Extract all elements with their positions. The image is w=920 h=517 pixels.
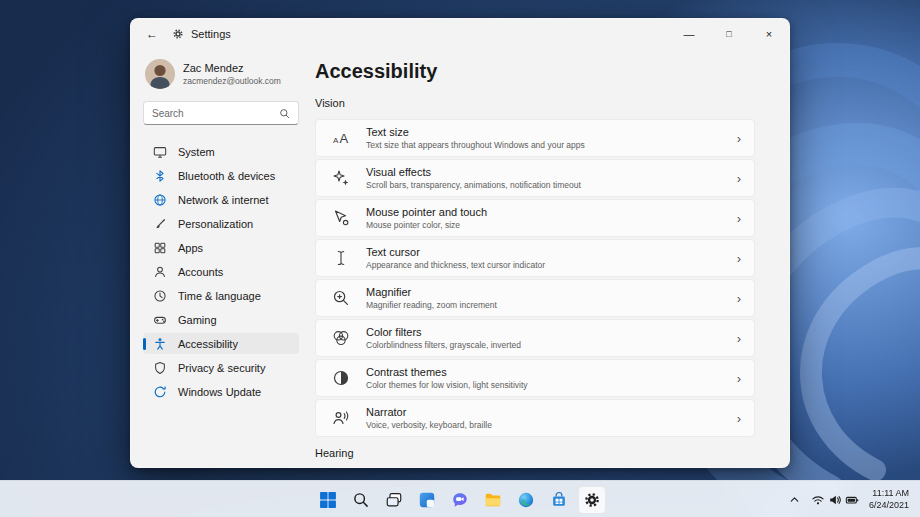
widgets-icon (418, 491, 436, 509)
sidebar-item-gaming[interactable]: Gaming (143, 309, 299, 330)
taskbar: 11:11 AM 6/24/2021 (0, 480, 920, 517)
taskbar-search-button[interactable] (347, 486, 375, 514)
visual-effects-icon (316, 168, 366, 188)
back-button[interactable]: ← (139, 23, 165, 45)
card-subtitle: Colorblindness filters, grayscale, inver… (366, 340, 737, 350)
settings-cards: AA Text size Text size that appears thro… (315, 119, 755, 437)
svg-text:A: A (333, 136, 339, 145)
sidebar-item-windows-update[interactable]: Windows Update (143, 381, 299, 402)
sidebar-item-time-language[interactable]: Time & language (143, 285, 299, 306)
settings-gear-icon (172, 28, 184, 40)
file-explorer-button[interactable] (479, 486, 507, 514)
sidebar-item-label: Gaming (178, 314, 217, 326)
clock-date: 6/24/2021 (869, 500, 909, 512)
sidebar-item-system[interactable]: System (143, 141, 299, 162)
magnifier-icon (316, 288, 366, 308)
apps-grid-icon (153, 241, 167, 255)
folder-icon (484, 491, 502, 509)
settings-window: ← Settings — □ × (130, 18, 790, 468)
gear-icon (583, 491, 601, 509)
sidebar-item-personalization[interactable]: Personalization (143, 213, 299, 234)
sidebar-item-label: Personalization (178, 218, 253, 230)
chevron-right-icon: › (737, 132, 741, 145)
clock[interactable]: 11:11 AM 6/24/2021 (865, 488, 916, 511)
sidebar-item-label: Accounts (178, 266, 223, 278)
card-mouse-pointer-touch[interactable]: Mouse pointer and touch Mouse pointer co… (315, 199, 755, 237)
avatar (145, 59, 175, 89)
sidebar-item-label: System (178, 146, 215, 158)
card-subtitle: Text size that appears throughout Window… (366, 140, 737, 150)
tray-overflow-button[interactable] (784, 486, 805, 514)
close-button[interactable]: × (749, 19, 789, 49)
volume-icon (828, 493, 842, 507)
paintbrush-icon (153, 217, 167, 231)
sidebar-item-accounts[interactable]: Accounts (143, 261, 299, 282)
card-title: Text size (366, 126, 737, 138)
card-narrator[interactable]: Narrator Voice, verbosity, keyboard, bra… (315, 399, 755, 437)
minimize-button[interactable]: — (669, 19, 709, 49)
search-icon (352, 491, 370, 509)
clock-icon (153, 289, 167, 303)
narrator-icon (316, 408, 366, 428)
card-title: Text cursor (366, 246, 737, 258)
main-content: Accessibility Vision AA Text size Text s… (311, 49, 789, 467)
shield-icon (153, 361, 167, 375)
user-email: zacmendez@outlook.com (183, 76, 281, 86)
sidebar-item-label: Network & internet (178, 194, 268, 206)
sidebar-nav: System Bluetooth & devices Network & int… (143, 141, 299, 402)
card-subtitle: Voice, verbosity, keyboard, braille (366, 420, 737, 430)
card-magnifier[interactable]: Magnifier Magnifier reading, zoom increm… (315, 279, 755, 317)
card-contrast-themes[interactable]: Contrast themes Color themes for low vis… (315, 359, 755, 397)
store-icon (550, 491, 568, 509)
store-button[interactable] (545, 486, 573, 514)
chevron-up-icon (788, 493, 801, 506)
edge-icon (517, 491, 535, 509)
color-filters-icon (316, 328, 366, 348)
person-icon (153, 265, 167, 279)
update-arrows-icon (153, 385, 167, 399)
sidebar-item-privacy-security[interactable]: Privacy & security (143, 357, 299, 378)
sidebar-item-label: Accessibility (178, 338, 238, 350)
sidebar-item-apps[interactable]: Apps (143, 237, 299, 258)
task-view-button[interactable] (380, 486, 408, 514)
section-hearing: Hearing (315, 447, 755, 460)
text-cursor-icon (316, 248, 366, 268)
start-button[interactable] (314, 486, 342, 514)
sidebar-item-network-internet[interactable]: Network & internet (143, 189, 299, 210)
battery-icon (845, 493, 859, 507)
card-visual-effects[interactable]: Visual effects Scroll bars, transparency… (315, 159, 755, 197)
user-account[interactable]: Zac Mendez zacmendez@outlook.com (145, 59, 299, 89)
card-text-size[interactable]: AA Text size Text size that appears thro… (315, 119, 755, 157)
card-subtitle: Mouse pointer color, size (366, 220, 737, 230)
sidebar-item-label: Apps (178, 242, 203, 254)
card-title: Contrast themes (366, 366, 737, 378)
card-title: Magnifier (366, 286, 737, 298)
chat-button[interactable] (446, 486, 474, 514)
sidebar-item-accessibility[interactable]: Accessibility (143, 333, 299, 354)
task-view-icon (385, 491, 403, 509)
card-subtitle: Scroll bars, transparency, animations, n… (366, 180, 737, 190)
chevron-right-icon: › (737, 292, 741, 305)
text-size-icon: AA (316, 128, 366, 148)
globe-icon (153, 193, 167, 207)
card-text-cursor[interactable]: Text cursor Appearance and thickness, te… (315, 239, 755, 277)
settings-taskbar-button[interactable] (578, 486, 606, 514)
titlebar: ← Settings — □ × (131, 19, 789, 49)
chevron-right-icon: › (737, 212, 741, 225)
widgets-button[interactable] (413, 486, 441, 514)
wifi-icon (811, 493, 825, 507)
maximize-button[interactable]: □ (709, 19, 749, 49)
edge-button[interactable] (512, 486, 540, 514)
chevron-right-icon: › (737, 412, 741, 425)
bluetooth-icon (153, 169, 167, 183)
sidebar: Zac Mendez zacmendez@outlook.com System (131, 49, 311, 467)
card-title: Color filters (366, 326, 737, 338)
sidebar-item-bluetooth-devices[interactable]: Bluetooth & devices (143, 165, 299, 186)
quick-settings-button[interactable] (807, 486, 863, 514)
search-input[interactable] (152, 108, 273, 119)
card-subtitle: Magnifier reading, zoom increment (366, 300, 737, 310)
card-title: Visual effects (366, 166, 737, 178)
window-title: Settings (191, 28, 231, 40)
card-color-filters[interactable]: Color filters Colorblindness filters, gr… (315, 319, 755, 357)
card-subtitle: Color themes for low vision, light sensi… (366, 380, 737, 390)
